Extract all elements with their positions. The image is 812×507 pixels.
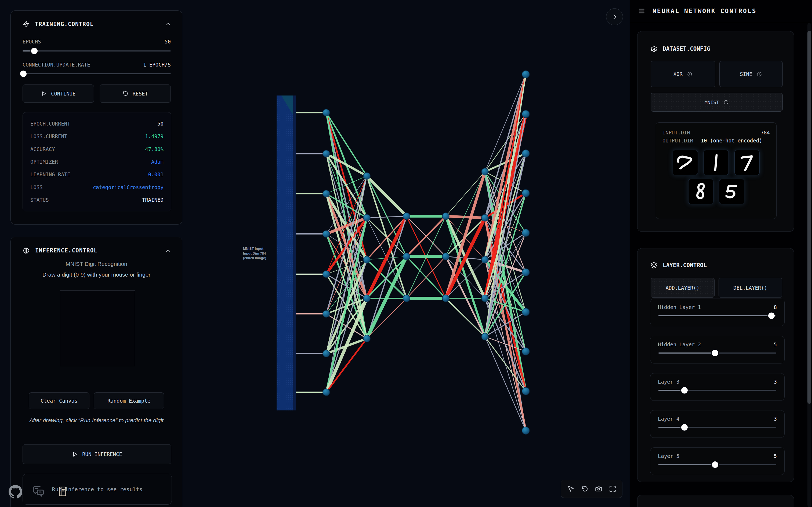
dataset-xor-button[interactable]: XOR	[651, 61, 715, 87]
layer-slider-thumb[interactable]	[681, 424, 688, 431]
reset-view-button[interactable]	[580, 485, 589, 493]
brain-icon	[22, 247, 30, 254]
input-plane-label-line2: Input.Dim 784	[243, 251, 266, 256]
mnist-sample-digit	[688, 179, 713, 204]
stat-label: LOSS.CURRENT	[30, 133, 67, 139]
layer-slider-thumb[interactable]	[712, 461, 718, 468]
cursor-tool-button[interactable]	[567, 485, 575, 493]
zap-icon	[22, 21, 30, 27]
layer-size-slider[interactable]	[658, 349, 776, 356]
canvas-buttons-row: Clear Canvas Random Example	[29, 392, 164, 409]
stat-label: EPOCH.CURRENT	[30, 121, 70, 127]
del-layer-button[interactable]: DEL.LAYER()	[719, 278, 782, 298]
dataset-mnist-button[interactable]: MNIST	[651, 93, 783, 112]
mnist-sample-digit	[704, 150, 729, 175]
inference-control-panel: INFERENCE.CONTROL MNIST Digit Recognitio…	[10, 237, 182, 507]
right-panel-title: NEURAL NETWORK CONTROLS	[653, 7, 757, 14]
training-stats-box: EPOCH.CURRENT50 LOSS.CURRENT1.4979 ACCUR…	[22, 112, 171, 211]
layer-size-slider[interactable]	[658, 387, 776, 394]
stat-value: 1.4979	[145, 133, 163, 139]
stat-label: STATUS	[30, 197, 49, 203]
layer-slider-thumb[interactable]	[681, 387, 688, 394]
panel-collapse-button[interactable]	[606, 8, 623, 25]
gear-icon	[650, 45, 657, 52]
digit-drawing-canvas[interactable]	[60, 290, 135, 366]
epochs-slider-thumb[interactable]	[31, 48, 38, 54]
layer-control-card: LAYER.CONTROL ADD.LAYER() DEL.LAYER() Hi…	[637, 248, 794, 482]
stat-row: LOSScategoricalCrossentropy	[30, 184, 163, 190]
next-section-card	[637, 495, 794, 507]
inference-collapse-button[interactable]	[164, 246, 172, 255]
layer-size-slider[interactable]	[658, 312, 776, 319]
layer-label: Layer 3	[658, 379, 679, 385]
mnist-sample-digit	[734, 150, 760, 175]
run-inference-button[interactable]: RUN INFERENCE	[22, 444, 171, 464]
training-collapse-button[interactable]	[164, 20, 172, 29]
layer-slider-thumb[interactable]	[712, 350, 718, 356]
layer-label: Hidden Layer 2	[658, 341, 701, 347]
input-dim-row: INPUT.DIM 784	[662, 129, 770, 135]
layer-slider-thumb[interactable]	[768, 313, 775, 319]
layer-value: 3	[774, 416, 777, 422]
feedback-link[interactable]	[32, 485, 45, 498]
update-rate-row: CONNECTION.UPDATE.RATE 1 EPOCH/S	[22, 62, 171, 68]
neural-network-controls-panel: NEURAL NETWORK CONTROLS DATASET.CONFIG X…	[630, 0, 812, 507]
clear-canvas-button[interactable]: Clear Canvas	[29, 392, 89, 409]
add-layer-label: ADD.LAYER()	[666, 285, 700, 291]
stat-value: 47.80%	[145, 146, 163, 152]
right-panel-scrollbar-thumb[interactable]	[807, 31, 811, 404]
inference-panel-title: INFERENCE.CONTROL	[35, 247, 97, 254]
play-icon	[41, 91, 47, 97]
inference-instruction: Draw a digit (0-9) with your mouse or fi…	[11, 272, 182, 278]
layer-control-title: LAYER.CONTROL	[663, 262, 707, 269]
update-rate-value: 1 EPOCH/S	[143, 62, 171, 68]
layer-value: 5	[774, 341, 777, 347]
book-icon	[56, 486, 68, 497]
epochs-slider[interactable]	[22, 48, 171, 54]
sine-label: SINE	[740, 71, 752, 77]
update-rate-label: CONNECTION.UPDATE.RATE	[22, 62, 90, 68]
random-example-button[interactable]: Random Example	[94, 392, 164, 409]
output-dim-row: OUTPUT.DIM 10 (one-hot encoded)	[662, 137, 770, 145]
reset-button[interactable]: RESET	[100, 84, 171, 103]
layer-size-slider[interactable]	[658, 461, 776, 468]
input-dim-label: INPUT.DIM	[662, 129, 690, 135]
training-panel-header: TRAINING.CONTROL	[22, 20, 172, 29]
layer-buttons-row: ADD.LAYER() DEL.LAYER()	[651, 278, 782, 298]
layer-slider-card: Hidden Layer 25	[650, 336, 784, 363]
continue-button[interactable]: CONTINUE	[22, 84, 94, 103]
clear-canvas-label: Clear Canvas	[41, 398, 77, 404]
add-layer-button[interactable]: ADD.LAYER()	[651, 278, 715, 298]
dataset-dims-box: INPUT.DIM 784 OUTPUT.DIM 10 (one-hot enc…	[656, 122, 776, 219]
stat-label: OPTIMIZER	[30, 159, 58, 165]
layer-size-slider[interactable]	[658, 424, 776, 431]
layer-label: Layer 4	[658, 416, 679, 422]
input-plane-label-line3: (28×28 image)	[243, 256, 266, 261]
screenshot-button[interactable]	[595, 485, 603, 493]
training-panel-title: TRAINING.CONTROL	[35, 21, 93, 27]
viz-toolbar	[561, 480, 622, 498]
layers-icon	[650, 262, 657, 269]
mnist-sample-digit	[719, 179, 744, 204]
menu-button[interactable]	[638, 7, 646, 15]
input-plane-label: MNIST Input Input.Dim 784 (28×28 image)	[243, 246, 266, 261]
update-rate-slider[interactable]	[22, 70, 171, 77]
del-layer-label: DEL.LAYER()	[733, 285, 767, 291]
input-plane	[276, 96, 296, 410]
output-dim-value: 10 (one-hot encoded)	[693, 137, 770, 145]
training-control-panel: TRAINING.CONTROL EPOCHS 50 CONNECTION.UP…	[10, 10, 182, 225]
output-dim-label: OUTPUT.DIM	[662, 137, 693, 145]
github-link[interactable]	[9, 485, 22, 499]
github-icon	[9, 485, 22, 499]
dataset-sine-button[interactable]: SINE	[719, 61, 783, 87]
connection-edges	[296, 74, 526, 431]
camera-icon	[595, 485, 602, 493]
input-dim-value: 784	[761, 129, 770, 135]
mnist-sample-tiles	[662, 150, 770, 204]
docs-link[interactable]	[56, 486, 68, 497]
dataset-config-title: DATASET.CONFIG	[663, 46, 710, 52]
fullscreen-button[interactable]	[608, 485, 617, 493]
update-rate-slider-thumb[interactable]	[20, 70, 27, 77]
stat-value: TRAINED	[142, 197, 163, 203]
play-icon	[72, 451, 78, 457]
